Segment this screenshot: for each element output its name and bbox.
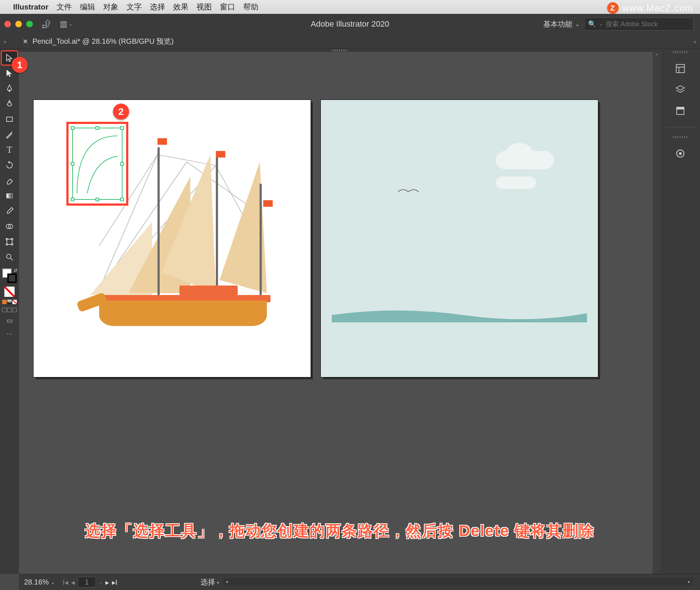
svg-point-0 bbox=[9, 102, 10, 103]
appearance-icon[interactable] bbox=[673, 146, 688, 161]
color-mode-gradient[interactable] bbox=[7, 300, 12, 304]
draw-behind[interactable] bbox=[7, 308, 12, 312]
ship-mast bbox=[158, 147, 160, 304]
edit-toolbar-icon[interactable]: ⋯ bbox=[7, 330, 12, 337]
app-menu[interactable]: Illustrator bbox=[13, 3, 48, 11]
svg-rect-9 bbox=[677, 107, 684, 109]
pen-tool[interactable] bbox=[1, 82, 18, 96]
artboard-2[interactable] bbox=[321, 100, 598, 377]
menu-select[interactable]: 选择 bbox=[150, 2, 165, 12]
menu-view[interactable]: 视图 bbox=[197, 2, 212, 12]
cloud-shape bbox=[496, 151, 554, 169]
libraries-icon[interactable] bbox=[673, 104, 688, 118]
draw-inside[interactable] bbox=[12, 308, 17, 312]
menu-object[interactable]: 对象 bbox=[103, 2, 118, 12]
selection-handle[interactable] bbox=[96, 126, 99, 130]
main-area: T ⇄ bbox=[0, 49, 700, 574]
status-chevron-icon[interactable]: ▸ bbox=[217, 580, 219, 585]
prev-artboard-icon[interactable]: ◂ bbox=[71, 578, 75, 587]
selection-handle[interactable] bbox=[96, 198, 99, 201]
selection-handle[interactable] bbox=[120, 198, 124, 201]
home-icon[interactable]: ⮵ bbox=[42, 19, 51, 30]
panel-grip[interactable] bbox=[673, 136, 688, 138]
search-icon: 🔍 bbox=[588, 20, 596, 28]
selection-handle[interactable] bbox=[71, 126, 74, 130]
search-input[interactable] bbox=[606, 20, 689, 28]
zoom-value: 28.16% bbox=[24, 578, 49, 586]
artboard-tool[interactable] bbox=[1, 235, 18, 249]
artboard-1[interactable] bbox=[34, 100, 311, 377]
arrange-documents-icon[interactable]: ▥ ⌄ bbox=[60, 19, 73, 29]
menu-type[interactable]: 文字 bbox=[127, 2, 142, 12]
right-panel bbox=[661, 49, 700, 574]
screen-mode-icon[interactable]: ▭ bbox=[7, 317, 13, 325]
artboard-number[interactable]: 1 bbox=[78, 577, 96, 587]
none-swatch[interactable] bbox=[1, 286, 18, 297]
type-tool[interactable]: T bbox=[1, 143, 18, 157]
chevron-down-icon: ⌄ bbox=[575, 21, 580, 27]
canvas[interactable]: ⌃ 2 bbox=[19, 49, 661, 574]
status-bar: 28.16% ⌄ I◂ ◂ 1 ⌄ ▸ ▸I 选择 ◂ ▸ ▸ bbox=[19, 574, 700, 590]
selection-handle[interactable] bbox=[71, 162, 74, 166]
swap-fill-stroke-icon[interactable]: ⇄ bbox=[14, 268, 18, 273]
watermark-badge: Z bbox=[607, 2, 619, 14]
ship-cabin bbox=[179, 286, 238, 295]
scroll-up-icon[interactable]: ⌃ bbox=[653, 52, 661, 60]
ship-mast bbox=[216, 155, 218, 304]
shapebuilder-tool[interactable] bbox=[1, 220, 18, 233]
menu-window[interactable]: 窗口 bbox=[220, 2, 235, 12]
document-tab-label: Pencil_Tool.ai* @ 28.16% (RGB/GPU 预览) bbox=[32, 36, 174, 46]
artboards-container bbox=[34, 100, 598, 377]
selection-handle[interactable] bbox=[120, 162, 124, 166]
rotate-tool[interactable] bbox=[1, 158, 18, 172]
document-tab[interactable]: ✕ Pencil_Tool.ai* @ 28.16% (RGB/GPU 预览) bbox=[23, 36, 174, 46]
svg-rect-1 bbox=[7, 117, 12, 121]
workspace-label: 基本功能 bbox=[543, 19, 572, 29]
close-window-button[interactable] bbox=[4, 21, 11, 27]
window-controls bbox=[4, 21, 33, 27]
paintbrush-tool[interactable] bbox=[1, 128, 18, 141]
expand-panels-right-icon[interactable]: « bbox=[693, 39, 696, 44]
wave-shape bbox=[332, 308, 587, 322]
fill-stroke-swatch[interactable]: ⇄ bbox=[1, 268, 18, 284]
artboard-number-chevron[interactable]: ⌄ bbox=[99, 580, 102, 585]
minimize-window-button[interactable] bbox=[15, 21, 22, 27]
menu-file[interactable]: 文件 bbox=[57, 2, 72, 12]
first-artboard-icon[interactable]: I◂ bbox=[63, 578, 69, 587]
color-mode-none[interactable] bbox=[12, 300, 17, 304]
gradient-tool[interactable] bbox=[1, 189, 18, 203]
selection-marquee[interactable] bbox=[66, 122, 128, 206]
properties-icon[interactable] bbox=[673, 61, 688, 76]
rectangle-tool[interactable] bbox=[1, 112, 18, 126]
stroke-swatch[interactable] bbox=[7, 273, 17, 283]
zoom-tool[interactable] bbox=[1, 250, 18, 264]
panel-grip[interactable] bbox=[673, 51, 688, 53]
menu-edit[interactable]: 编辑 bbox=[80, 2, 95, 12]
panel-grip-top[interactable] bbox=[19, 49, 661, 52]
selection-handle[interactable] bbox=[71, 198, 74, 201]
curvature-tool[interactable] bbox=[1, 97, 18, 111]
ship-hull bbox=[99, 300, 267, 326]
scroll-left-icon[interactable]: ◂ bbox=[223, 578, 230, 585]
last-artboard-icon[interactable]: ▸I bbox=[112, 578, 118, 587]
vertical-scrollbar[interactable]: ⌃ bbox=[653, 52, 661, 574]
layers-icon[interactable] bbox=[673, 82, 688, 97]
zoom-level[interactable]: 28.16% ⌄ bbox=[19, 578, 60, 586]
workspace-switcher[interactable]: 基本功能 ⌄ bbox=[543, 19, 580, 29]
menu-effect[interactable]: 效果 bbox=[173, 2, 188, 12]
eraser-tool[interactable] bbox=[1, 174, 18, 187]
color-mode-color[interactable] bbox=[2, 300, 7, 304]
close-tab-icon[interactable]: ✕ bbox=[23, 38, 28, 46]
menu-help[interactable]: 帮助 bbox=[243, 2, 258, 12]
zoom-window-button[interactable] bbox=[26, 21, 33, 27]
stock-search[interactable]: 🔍 ⌄ bbox=[584, 18, 693, 31]
horizontal-scrollbar[interactable]: ◂ ▸ bbox=[223, 578, 693, 585]
scroll-right-icon[interactable]: ▸ bbox=[685, 578, 693, 585]
draw-normal[interactable] bbox=[2, 308, 7, 312]
expand-panels-left-icon[interactable]: » bbox=[4, 39, 7, 44]
svg-rect-7 bbox=[676, 65, 685, 73]
eyedropper-tool[interactable] bbox=[1, 204, 18, 218]
next-artboard-icon[interactable]: ▸ bbox=[105, 578, 109, 587]
selection-handle[interactable] bbox=[120, 126, 124, 130]
status-tool-label: 选择 bbox=[201, 577, 215, 587]
